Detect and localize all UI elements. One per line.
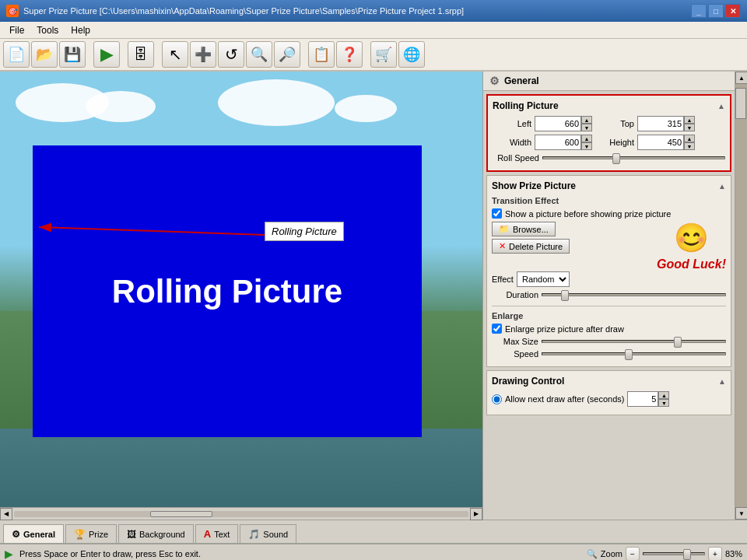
menu-tools[interactable]: Tools — [30, 22, 65, 38]
panel-vscroll[interactable]: ▲ ▼ — [735, 72, 747, 520]
seconds-down[interactable]: ▼ — [658, 399, 669, 407]
general-tab-label: General — [23, 530, 55, 539]
notes-button[interactable]: 📋 — [308, 41, 335, 68]
delete-icon: ✕ — [499, 241, 506, 251]
tab-text[interactable]: A Text — [195, 524, 239, 543]
width-spinbox[interactable]: ▲ ▼ — [535, 135, 592, 150]
zoom-area: 🔍 Zoom − + 83% — [587, 547, 742, 560]
globe-button[interactable]: 🌐 — [398, 41, 425, 68]
draw-after-row: Allow next draw after (seconds) ▲ ▼ — [492, 391, 726, 407]
scroll-left-button[interactable]: ◀ — [0, 508, 12, 520]
zoom-in-button[interactable]: 🔍 — [246, 41, 272, 68]
width-input[interactable] — [535, 135, 581, 150]
run-button[interactable]: ▶ — [93, 41, 120, 68]
close-button[interactable]: ✕ — [725, 4, 741, 18]
top-input[interactable] — [637, 116, 684, 131]
height-spinbox[interactable]: ▲ ▼ — [637, 135, 695, 150]
top-spinbox[interactable]: ▲ ▼ — [637, 116, 695, 131]
rolling-picture-collapse[interactable]: ▲ — [717, 102, 725, 110]
left-up[interactable]: ▲ — [581, 116, 592, 124]
zoom-slider-track[interactable] — [643, 552, 705, 555]
database-button[interactable]: 🗄 — [128, 41, 154, 68]
effect-select[interactable]: Random Fade Slide Zoom — [517, 271, 570, 287]
left-label: Left — [493, 119, 531, 128]
height-input[interactable] — [637, 135, 684, 150]
roll-speed-thumb[interactable] — [612, 153, 620, 164]
open-button[interactable]: 📂 — [31, 41, 58, 68]
app-icon: 🎯 — [6, 5, 19, 17]
duration-track[interactable] — [542, 293, 726, 296]
delete-picture-button[interactable]: ✕ Delete Picture — [492, 239, 570, 254]
tab-general[interactable]: ⚙ General — [3, 524, 64, 543]
left-input[interactable] — [535, 116, 581, 131]
minimize-button[interactable]: _ — [691, 4, 707, 18]
vscroll-thumb[interactable] — [735, 88, 746, 119]
cursor-button[interactable]: ↖ — [162, 41, 188, 68]
left-spinbox[interactable]: ▲ ▼ — [535, 116, 592, 131]
tab-prize[interactable]: 🏆 Prize — [65, 524, 117, 543]
drawing-control-title: Drawing Control ▲ — [492, 376, 726, 387]
top-up[interactable]: ▲ — [684, 116, 695, 124]
width-up[interactable]: ▲ — [581, 135, 592, 142]
vscroll-down-button[interactable]: ▼ — [735, 507, 747, 520]
toolbar: 📄 📂 💾 ▶ 🗄 ↖ ➕ ↺ 🔍 🔎 📋 ❓ 🛒 🌐 — [0, 39, 747, 72]
tab-background[interactable]: 🖼 Background — [118, 524, 194, 543]
tab-sound[interactable]: 🎵 Sound — [240, 524, 296, 543]
zoom-slider-thumb[interactable] — [683, 549, 691, 560]
scroll-right-button[interactable]: ▶ — [470, 508, 482, 520]
vscroll-up-button[interactable]: ▲ — [735, 72, 747, 84]
help-button[interactable]: ❓ — [336, 41, 363, 68]
save-button[interactable]: 💾 — [59, 41, 86, 68]
left-down[interactable]: ▼ — [581, 124, 592, 131]
max-size-thumb[interactable] — [674, 337, 682, 348]
draw-after-radio[interactable] — [492, 394, 502, 404]
menu-help[interactable]: Help — [65, 22, 96, 38]
show-picture-checkbox[interactable] — [492, 208, 502, 219]
duration-thumb[interactable] — [561, 290, 569, 301]
undo-button[interactable]: ↺ — [218, 41, 244, 68]
width-down[interactable]: ▼ — [581, 142, 592, 150]
seconds-up[interactable]: ▲ — [658, 391, 669, 399]
window-controls: _ □ ✕ — [691, 4, 741, 18]
height-down[interactable]: ▼ — [684, 142, 695, 150]
show-picture-checkbox-row: Show a picture before showing prize pict… — [492, 208, 726, 219]
menu-file[interactable]: File — [3, 22, 30, 38]
browse-button[interactable]: 📁 Browse... — [492, 222, 556, 236]
add-button[interactable]: ➕ — [190, 41, 216, 68]
new-button[interactable]: 📄 — [3, 41, 30, 68]
show-prize-section: Show Prize Picture ▲ Transition Effect S… — [486, 175, 731, 367]
zoom-out-button[interactable]: 🔎 — [274, 41, 300, 68]
maximize-button[interactable]: □ — [708, 4, 724, 18]
cloud-4 — [335, 95, 397, 122]
speed-thumb[interactable] — [625, 349, 633, 360]
menubar: File Tools Help — [0, 22, 747, 39]
canvas-hscroll[interactable]: ◀ ▶ — [0, 507, 482, 520]
drawing-control-collapse[interactable]: ▲ — [718, 377, 726, 386]
seconds-spinbox[interactable]: ▲ ▼ — [627, 391, 669, 407]
zoom-in-small[interactable]: + — [708, 547, 722, 560]
scroll-track[interactable] — [14, 511, 468, 517]
titlebar: 🎯 Super Prize Picture [C:\Users\mashixin… — [0, 0, 747, 22]
speed-label: Speed — [492, 349, 538, 359]
seconds-input[interactable] — [627, 391, 658, 407]
height-up[interactable]: ▲ — [684, 135, 695, 142]
status-message: Press Space or Enter to draw, press Esc … — [19, 549, 201, 558]
scroll-thumb[interactable] — [150, 511, 212, 517]
transition-effect-subsection: Transition Effect Show a picture before … — [492, 196, 726, 299]
speed-track[interactable] — [542, 352, 726, 355]
width-label: Width — [493, 138, 531, 147]
show-prize-collapse[interactable]: ▲ — [718, 182, 726, 191]
canvas-area[interactable]: Rolling Picture Rolling Picture — [0, 72, 482, 507]
vscroll-track[interactable] — [735, 84, 747, 507]
enlarge-title: Enlarge — [492, 311, 726, 320]
roll-speed-track[interactable] — [542, 156, 725, 159]
enlarge-checkbox[interactable] — [492, 324, 502, 334]
zoom-out-small[interactable]: − — [626, 547, 640, 560]
top-down[interactable]: ▼ — [684, 124, 695, 131]
drawing-control-section: Drawing Control ▲ Allow next draw after … — [486, 370, 731, 415]
cart-button[interactable]: 🛒 — [370, 41, 397, 68]
canvas-container: Rolling Picture Rolling Picture ◀ — [0, 72, 482, 520]
cloud-2 — [86, 91, 156, 122]
statusbar: ▶ Press Space or Enter to draw, press Es… — [0, 543, 747, 560]
max-size-track[interactable] — [542, 340, 726, 343]
